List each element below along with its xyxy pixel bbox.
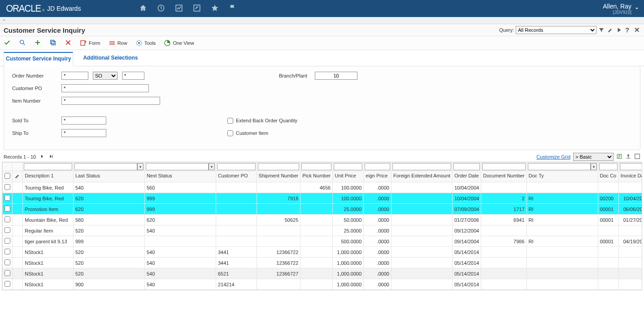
table-row[interactable]: Touring Bike, Red6209997918100.0000.0000…	[3, 193, 643, 204]
row-checkbox[interactable]	[4, 270, 10, 276]
user-menu[interactable]: Allen, Ray [JDV910]	[603, 3, 640, 15]
recent-icon[interactable]	[157, 4, 165, 13]
table-row[interactable]: Regular Item52054025.0000.000009/12/2004…	[3, 225, 643, 236]
flag-icon[interactable]	[229, 4, 237, 13]
filter-dco[interactable]	[599, 163, 618, 170]
filter-dty[interactable]	[528, 163, 591, 170]
filter-idate[interactable]	[620, 163, 642, 170]
customer-po-input[interactable]	[61, 84, 149, 92]
col-fext[interactable]: Foreign Extended Amount	[391, 171, 452, 182]
filter-ship[interactable]	[258, 163, 300, 170]
col-pick[interactable]: Pick Number	[300, 171, 333, 182]
col-fprice[interactable]: eign Price	[364, 171, 392, 182]
filter-fp[interactable]	[365, 163, 390, 170]
col-odate[interactable]: Order Date	[453, 171, 481, 182]
col-dty[interactable]: Doc Ty	[527, 171, 598, 182]
export-icon[interactable]	[616, 153, 622, 160]
table-row[interactable]: Promotion Item62099925.0000.000007/09/20…	[3, 204, 643, 215]
order-number-input[interactable]	[61, 72, 88, 80]
filter-fea[interactable]	[392, 163, 451, 170]
item-number-input[interactable]	[61, 97, 160, 105]
table-row[interactable]: Touring Bike, Red5405604656100.0000.0000…	[3, 182, 643, 193]
col-docn[interactable]: Document Number	[481, 171, 527, 182]
edit-column-icon[interactable]	[14, 173, 21, 179]
add-icon[interactable]	[34, 39, 41, 47]
branch-input[interactable]	[315, 72, 357, 80]
cell-ns: 540	[144, 279, 216, 290]
table-row[interactable]: NStock15205406521123667271,000.0000.0000…	[3, 268, 643, 279]
last-page-icon[interactable]	[48, 154, 54, 160]
table-row[interactable]: NStock19005402142141,000.0000.000005/14/…	[3, 279, 643, 290]
table-row[interactable]: NStock15205403441123667221,000.0000.0000…	[3, 258, 643, 268]
delete-icon[interactable]	[65, 39, 72, 47]
row-checkbox[interactable]	[4, 216, 10, 222]
tab-additional[interactable]: Additional Selections	[81, 52, 139, 66]
customize-grid-link[interactable]: Customize Grid	[536, 154, 570, 160]
filter-desc[interactable]	[24, 163, 72, 170]
filter-ns[interactable]	[146, 163, 209, 170]
col-ship[interactable]: Shipment Number	[257, 171, 300, 182]
query-close-icon[interactable]: ✕	[634, 27, 640, 33]
select-all-checkbox[interactable]	[4, 173, 10, 179]
table-row[interactable]: tiger parent kit 9.13999500.0000.000009/…	[3, 236, 643, 247]
filter-pick[interactable]	[301, 163, 331, 170]
filter-odate[interactable]	[453, 163, 480, 170]
order-type-select[interactable]: SO	[93, 72, 117, 80]
subbar-expand-icon[interactable]	[1, 17, 7, 23]
upload-icon[interactable]	[625, 153, 631, 160]
query-filter-icon[interactable]	[598, 27, 605, 33]
row-checkbox[interactable]	[4, 227, 10, 233]
chart-icon[interactable]	[175, 4, 183, 13]
query-select[interactable]: All Records	[516, 26, 596, 34]
oneview-menu[interactable]: One View	[164, 39, 194, 47]
row-checkbox[interactable]	[4, 195, 10, 201]
table-row[interactable]: NStock15205403441123667221,000.0000.0000…	[3, 247, 643, 258]
sold-to-input[interactable]	[61, 116, 106, 125]
col-dco[interactable]: Doc Co	[598, 171, 618, 182]
cell-ls: 999	[73, 236, 144, 247]
query-run-icon[interactable]	[616, 27, 622, 33]
ship-to-input[interactable]	[61, 129, 106, 137]
ok-check-icon[interactable]	[4, 39, 11, 47]
col-cpo[interactable]: Customer PO	[216, 171, 257, 182]
row-checkbox[interactable]	[4, 249, 10, 254]
col-idate[interactable]: Invoice Date	[618, 171, 642, 182]
home-icon[interactable]	[139, 4, 147, 13]
col-last-status[interactable]: Last Status	[73, 171, 144, 182]
star-icon[interactable]	[211, 4, 219, 13]
filter-up[interactable]	[334, 163, 362, 170]
row-checkbox[interactable]	[4, 238, 10, 244]
filter-cpo[interactable]	[217, 163, 256, 170]
order-suffix-input[interactable]	[122, 72, 144, 80]
customer-item-checkbox[interactable]	[227, 130, 233, 136]
row-checkbox[interactable]	[4, 281, 10, 287]
grid-view-select[interactable]: > Basic	[573, 153, 614, 161]
search-icon[interactable]	[19, 39, 26, 47]
filter-ls[interactable]	[74, 163, 137, 170]
col-unit[interactable]: Unit Price	[333, 171, 364, 182]
col-desc[interactable]: Description 1	[23, 171, 74, 182]
copy-icon[interactable]	[49, 39, 57, 47]
row-menu[interactable]: Row	[109, 39, 127, 47]
maximize-grid-icon[interactable]	[634, 153, 640, 160]
next-page-icon[interactable]	[39, 154, 45, 160]
row-checkbox[interactable]	[4, 206, 10, 211]
compose-icon[interactable]	[193, 4, 201, 13]
data-grid[interactable]: ▾ ▾ ▾ Description 1 Last Sta	[2, 162, 642, 290]
filter-ls-dd[interactable]: ▾	[137, 163, 144, 170]
query-edit-icon[interactable]	[607, 27, 614, 33]
form-menu[interactable]: Form	[80, 39, 100, 47]
col-next-status[interactable]: Next Status	[144, 171, 216, 182]
table-row[interactable]: Mountain Bike, Red5806205062550.0000.000…	[3, 215, 643, 225]
filter-dty-dd[interactable]: ▾	[591, 163, 597, 170]
cell-idate	[618, 225, 642, 236]
filter-docn[interactable]	[482, 163, 525, 170]
row-checkbox[interactable]	[4, 184, 10, 190]
query-help-icon[interactable]: ?	[625, 27, 631, 33]
row-checkbox[interactable]	[4, 259, 10, 265]
filter-ns-dd[interactable]: ▾	[209, 163, 215, 170]
tab-csi[interactable]: Customer Service Inquiry	[4, 52, 73, 66]
cell-ns: 540	[144, 268, 216, 279]
tools-menu[interactable]: Tools	[135, 39, 156, 47]
extend-bo-checkbox[interactable]	[227, 118, 233, 124]
